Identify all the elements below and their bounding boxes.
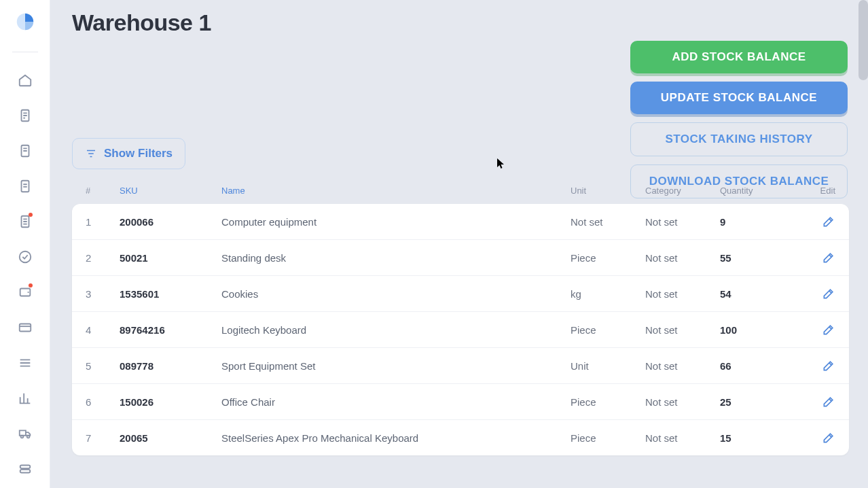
main-content: Warehouse 1 ADD STOCK BALANCE UPDATE STO…	[50, 0, 868, 488]
col-idx: #	[86, 186, 120, 196]
row-category: Not set	[645, 252, 720, 264]
table-body: 1200066Computer equipmentNot setNot set9…	[72, 204, 849, 455]
row-quantity: 15	[720, 432, 795, 444]
row-index: 2	[86, 252, 120, 264]
row-quantity: 66	[720, 360, 795, 372]
table-row[interactable]: 31535601CookieskgNot set54	[72, 276, 849, 312]
nav-card[interactable]	[11, 313, 39, 342]
table-row[interactable]: 6150026Office ChairPieceNot set25	[72, 384, 849, 420]
nav-document[interactable]	[11, 137, 39, 165]
row-sku: 150026	[120, 396, 221, 408]
nav-menu[interactable]	[11, 349, 39, 377]
row-unit: Unit	[571, 360, 645, 372]
row-category: Not set	[645, 432, 720, 444]
row-unit: Piece	[571, 396, 645, 408]
row-category: Not set	[645, 288, 720, 300]
notification-dot	[29, 213, 33, 217]
app-logo	[16, 12, 35, 31]
nav-truck[interactable]	[11, 419, 39, 448]
table-row[interactable]: 1200066Computer equipmentNot setNot set9	[72, 204, 849, 240]
svg-point-5	[19, 251, 31, 263]
svg-rect-10	[20, 466, 30, 469]
row-edit	[795, 287, 835, 300]
row-name: Sport Equipment Set	[221, 360, 571, 372]
nav-document2[interactable]	[11, 172, 39, 201]
row-index: 5	[86, 360, 120, 372]
row-unit: Not set	[571, 216, 645, 228]
download-stock-balance-button[interactable]: DOWNLOAD STOCK BALANCE	[630, 164, 848, 198]
edit-icon[interactable]	[822, 287, 835, 300]
row-edit	[795, 395, 835, 408]
svg-point-9	[26, 436, 29, 438]
row-edit	[795, 323, 835, 336]
row-category: Not set	[645, 324, 720, 336]
row-unit: Piece	[571, 324, 645, 336]
divider	[12, 52, 38, 52]
row-sku: 50021	[120, 252, 221, 264]
nav-receipt[interactable]	[11, 101, 39, 130]
nav-toggle[interactable]	[11, 455, 39, 483]
row-sku: 1535601	[120, 288, 221, 300]
stock-taking-history-button[interactable]: STOCK TAKING HISTORY	[630, 122, 848, 156]
row-quantity: 100	[720, 324, 795, 336]
row-edit	[795, 215, 835, 228]
row-name: Office Chair	[221, 396, 571, 408]
action-buttons: ADD STOCK BALANCE UPDATE STOCK BALANCE S…	[630, 41, 848, 198]
row-index: 4	[86, 324, 120, 336]
table-row[interactable]: 5089778Sport Equipment SetUnitNot set66	[72, 348, 849, 384]
row-category: Not set	[645, 360, 720, 372]
notification-dot	[29, 283, 33, 287]
row-name: Computer equipment	[221, 216, 571, 228]
table-row[interactable]: 250021Standing deskPieceNot set55	[72, 240, 849, 276]
row-unit: Piece	[571, 252, 645, 264]
nav-chart[interactable]	[11, 384, 39, 413]
row-unit: kg	[571, 288, 645, 300]
show-filters-button[interactable]: Show Filters	[72, 138, 185, 169]
update-stock-balance-button[interactable]: UPDATE STOCK BALANCE	[630, 82, 848, 114]
row-name: Cookies	[221, 288, 571, 300]
row-quantity: 54	[720, 288, 795, 300]
row-quantity: 9	[720, 216, 795, 228]
page-title: Warehouse 1	[72, 10, 849, 36]
row-unit: Piece	[571, 432, 645, 444]
col-sku[interactable]: SKU	[120, 186, 221, 196]
edit-icon[interactable]	[822, 431, 835, 445]
col-name[interactable]: Name	[221, 186, 571, 196]
table-row[interactable]: 489764216Logitech KeyboardPieceNot set10…	[72, 312, 849, 348]
svg-point-8	[20, 436, 23, 438]
filter-icon	[85, 147, 97, 160]
edit-icon[interactable]	[822, 251, 835, 264]
edit-icon[interactable]	[822, 359, 835, 372]
show-filters-label: Show Filters	[104, 147, 173, 160]
row-index: 6	[86, 396, 120, 408]
nav-home[interactable]	[11, 66, 39, 94]
edit-icon[interactable]	[822, 215, 835, 228]
nav-wallet[interactable]	[11, 278, 39, 307]
stock-table: # SKU Name Unit Category Quantity Edit 1…	[72, 179, 849, 455]
row-sku: 20065	[120, 432, 221, 444]
row-quantity: 55	[720, 252, 795, 264]
table-row[interactable]: 720065SteelSeries Apex Pro Mechanical Ke…	[72, 420, 849, 455]
edit-icon[interactable]	[822, 395, 835, 408]
row-category: Not set	[645, 396, 720, 408]
row-quantity: 25	[720, 396, 795, 408]
svg-rect-11	[20, 470, 30, 473]
nav-check-circle[interactable]	[11, 243, 39, 271]
row-name: Standing desk	[221, 252, 571, 264]
add-stock-balance-button[interactable]: ADD STOCK BALANCE	[630, 41, 848, 73]
nav-list-badge[interactable]	[11, 207, 39, 236]
scrollbar-thumb[interactable]	[858, 0, 868, 80]
row-category: Not set	[645, 216, 720, 228]
row-edit	[795, 359, 835, 372]
svg-rect-7	[19, 324, 31, 332]
row-name: Logitech Keyboard	[221, 324, 571, 336]
row-sku: 089778	[120, 360, 221, 372]
row-index: 1	[86, 216, 120, 228]
row-sku: 89764216	[120, 324, 221, 336]
row-sku: 200066	[120, 216, 221, 228]
row-edit	[795, 431, 835, 445]
sidebar	[0, 0, 50, 488]
row-edit	[795, 251, 835, 264]
row-index: 7	[86, 432, 120, 444]
edit-icon[interactable]	[822, 323, 835, 336]
